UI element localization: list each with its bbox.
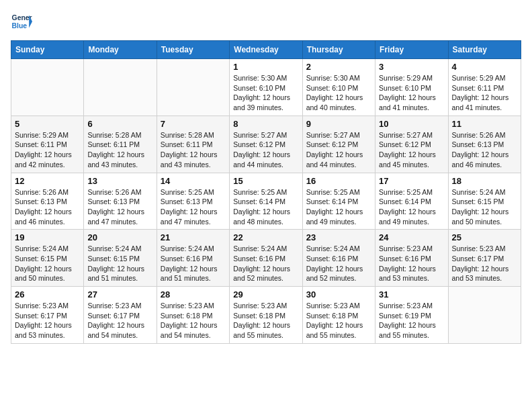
day-info: Sunrise: 5:26 AM Sunset: 6:13 PM Dayligh… [87,187,152,227]
day-info: Sunrise: 5:23 AM Sunset: 6:18 PM Dayligh… [233,301,298,340]
day-number: 24 [379,232,444,242]
day-number: 25 [452,232,517,242]
day-of-week-header: Tuesday [157,41,229,59]
calendar-cell: 26Sunrise: 5:23 AM Sunset: 6:17 PM Dayli… [11,287,84,344]
day-number: 7 [161,119,226,129]
day-of-week-header: Thursday [302,41,375,59]
day-number: 1 [233,62,298,72]
calendar-header-row: SundayMondayTuesdayWednesdayThursdayFrid… [11,41,521,59]
day-number: 22 [233,232,298,242]
calendar-cell: 5Sunrise: 5:29 AM Sunset: 6:11 PM Daylig… [11,116,84,173]
calendar-cell: 23Sunrise: 5:24 AM Sunset: 6:16 PM Dayli… [302,230,375,287]
svg-text:Blue: Blue [12,22,28,30]
calendar-cell: 16Sunrise: 5:25 AM Sunset: 6:14 PM Dayli… [302,173,375,230]
day-number: 4 [452,62,517,72]
calendar-cell: 6Sunrise: 5:28 AM Sunset: 6:11 PM Daylig… [84,116,157,173]
day-number: 23 [306,232,371,242]
day-number: 14 [161,176,226,186]
day-info: Sunrise: 5:28 AM Sunset: 6:11 PM Dayligh… [161,130,226,170]
day-info: Sunrise: 5:25 AM Sunset: 6:13 PM Dayligh… [161,187,226,227]
day-info: Sunrise: 5:23 AM Sunset: 6:16 PM Dayligh… [379,244,444,283]
calendar-cell: 19Sunrise: 5:24 AM Sunset: 6:15 PM Dayli… [11,230,84,287]
logo: General Blue [11,11,32,32]
day-info: Sunrise: 5:23 AM Sunset: 6:17 PM Dayligh… [87,301,152,340]
day-info: Sunrise: 5:27 AM Sunset: 6:12 PM Dayligh… [233,130,298,170]
calendar-cell: 12Sunrise: 5:26 AM Sunset: 6:13 PM Dayli… [11,173,84,230]
day-info: Sunrise: 5:25 AM Sunset: 6:14 PM Dayligh… [379,187,444,227]
calendar-week-row: 19Sunrise: 5:24 AM Sunset: 6:15 PM Dayli… [11,230,521,287]
day-info: Sunrise: 5:28 AM Sunset: 6:11 PM Dayligh… [87,130,152,170]
day-info: Sunrise: 5:24 AM Sunset: 6:15 PM Dayligh… [15,244,80,283]
calendar-cell: 17Sunrise: 5:25 AM Sunset: 6:14 PM Dayli… [375,173,448,230]
logo-icon: General Blue [11,11,32,32]
day-of-week-header: Friday [375,41,448,59]
calendar-cell: 29Sunrise: 5:23 AM Sunset: 6:18 PM Dayli… [230,287,302,344]
day-info: Sunrise: 5:25 AM Sunset: 6:14 PM Dayligh… [233,187,298,227]
calendar-cell: 10Sunrise: 5:27 AM Sunset: 6:12 PM Dayli… [375,116,448,173]
day-number: 6 [87,119,152,129]
day-number: 21 [161,232,226,242]
day-info: Sunrise: 5:23 AM Sunset: 6:19 PM Dayligh… [379,301,444,340]
day-info: Sunrise: 5:23 AM Sunset: 6:17 PM Dayligh… [15,301,80,340]
day-number: 2 [306,62,371,72]
day-number: 10 [379,119,444,129]
calendar-cell: 30Sunrise: 5:23 AM Sunset: 6:18 PM Dayli… [302,287,375,344]
calendar-cell: 21Sunrise: 5:24 AM Sunset: 6:16 PM Dayli… [157,230,229,287]
day-info: Sunrise: 5:23 AM Sunset: 6:18 PM Dayligh… [161,301,226,340]
day-info: Sunrise: 5:27 AM Sunset: 6:12 PM Dayligh… [379,130,444,170]
day-number: 20 [87,232,152,242]
day-info: Sunrise: 5:24 AM Sunset: 6:16 PM Dayligh… [233,244,298,283]
calendar-week-row: 5Sunrise: 5:29 AM Sunset: 6:11 PM Daylig… [11,116,521,173]
calendar-cell [84,59,157,116]
day-info: Sunrise: 5:29 AM Sunset: 6:10 PM Dayligh… [379,73,444,113]
day-number: 15 [233,176,298,186]
day-number: 29 [233,289,298,300]
calendar-cell: 25Sunrise: 5:23 AM Sunset: 6:17 PM Dayli… [448,230,521,287]
day-number: 28 [161,289,226,300]
calendar-cell: 31Sunrise: 5:23 AM Sunset: 6:19 PM Dayli… [375,287,448,344]
day-info: Sunrise: 5:23 AM Sunset: 6:18 PM Dayligh… [306,301,371,340]
calendar-cell: 13Sunrise: 5:26 AM Sunset: 6:13 PM Dayli… [84,173,157,230]
day-info: Sunrise: 5:24 AM Sunset: 6:16 PM Dayligh… [161,244,226,283]
day-info: Sunrise: 5:30 AM Sunset: 6:10 PM Dayligh… [306,73,371,113]
day-info: Sunrise: 5:29 AM Sunset: 6:11 PM Dayligh… [15,130,80,170]
calendar-cell [157,59,229,116]
day-of-week-header: Sunday [11,41,84,59]
calendar-cell: 11Sunrise: 5:26 AM Sunset: 6:13 PM Dayli… [448,116,521,173]
day-info: Sunrise: 5:23 AM Sunset: 6:17 PM Dayligh… [452,244,517,283]
calendar-cell: 27Sunrise: 5:23 AM Sunset: 6:17 PM Dayli… [84,287,157,344]
calendar-cell: 20Sunrise: 5:24 AM Sunset: 6:15 PM Dayli… [84,230,157,287]
calendar-cell: 7Sunrise: 5:28 AM Sunset: 6:11 PM Daylig… [157,116,229,173]
day-info: Sunrise: 5:29 AM Sunset: 6:11 PM Dayligh… [452,73,517,113]
calendar-cell: 8Sunrise: 5:27 AM Sunset: 6:12 PM Daylig… [230,116,302,173]
day-info: Sunrise: 5:24 AM Sunset: 6:15 PM Dayligh… [87,244,152,283]
day-info: Sunrise: 5:24 AM Sunset: 6:15 PM Dayligh… [452,187,517,227]
day-number: 8 [233,119,298,129]
day-info: Sunrise: 5:26 AM Sunset: 6:13 PM Dayligh… [452,130,517,170]
day-number: 5 [15,119,80,129]
day-number: 31 [379,289,444,300]
calendar-cell: 18Sunrise: 5:24 AM Sunset: 6:15 PM Dayli… [448,173,521,230]
calendar-cell: 2Sunrise: 5:30 AM Sunset: 6:10 PM Daylig… [302,59,375,116]
day-number: 30 [306,289,371,300]
day-of-week-header: Wednesday [230,41,302,59]
day-number: 9 [306,119,371,129]
day-number: 12 [15,176,80,186]
day-info: Sunrise: 5:26 AM Sunset: 6:13 PM Dayligh… [15,187,80,227]
calendar-cell: 3Sunrise: 5:29 AM Sunset: 6:10 PM Daylig… [375,59,448,116]
calendar-week-row: 1Sunrise: 5:30 AM Sunset: 6:10 PM Daylig… [11,59,521,116]
calendar-cell: 22Sunrise: 5:24 AM Sunset: 6:16 PM Dayli… [230,230,302,287]
calendar-cell: 14Sunrise: 5:25 AM Sunset: 6:13 PM Dayli… [157,173,229,230]
calendar-cell: 28Sunrise: 5:23 AM Sunset: 6:18 PM Dayli… [157,287,229,344]
calendar-cell: 15Sunrise: 5:25 AM Sunset: 6:14 PM Dayli… [230,173,302,230]
day-number: 13 [87,176,152,186]
day-of-week-header: Monday [84,41,157,59]
calendar-cell [11,59,84,116]
day-number: 3 [379,62,444,72]
day-number: 18 [452,176,517,186]
day-info: Sunrise: 5:27 AM Sunset: 6:12 PM Dayligh… [306,130,371,170]
calendar-cell [448,287,521,344]
day-number: 17 [379,176,444,186]
calendar-cell: 24Sunrise: 5:23 AM Sunset: 6:16 PM Dayli… [375,230,448,287]
calendar-cell: 9Sunrise: 5:27 AM Sunset: 6:12 PM Daylig… [302,116,375,173]
